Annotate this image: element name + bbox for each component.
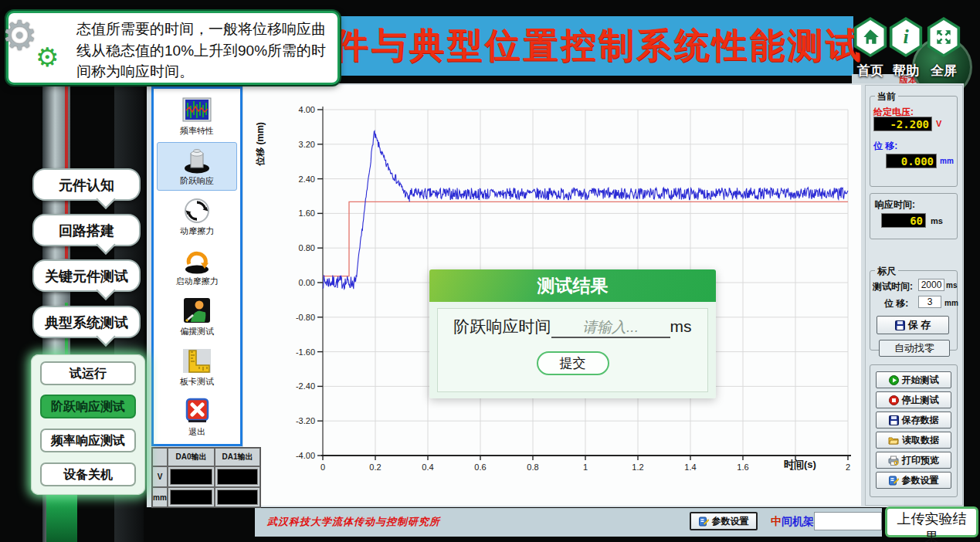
gear-icon: ⚙: [36, 42, 59, 73]
toolbar-item-exit[interactable]: 退出: [157, 393, 237, 442]
toolbar-item-label: 板卡测试: [180, 376, 214, 388]
toolbar-item-label: 阶跃响应: [180, 175, 214, 187]
start-test-label: 开始测试: [902, 374, 939, 387]
upload-results-button[interactable]: 上传实验结果: [885, 506, 978, 537]
current-group-legend: 当前: [875, 90, 898, 103]
dialog-body: 阶跃响应时间ms 提交: [429, 302, 716, 398]
svg-text:1: 1: [583, 462, 588, 472]
response-time-unit: ms: [931, 216, 943, 225]
app-root: 元件与典型位置控制系统性能测试 版本: 2014.03 i 首页 帮助 全屏 4…: [0, 0, 980, 542]
toolbar-item-frequency[interactable]: 频率特性: [157, 92, 237, 141]
displacement-unit: mm: [940, 157, 954, 165]
status-bar: 武汉科技大学流体传动与控制研究所 参数设置 中间机架: [255, 508, 882, 537]
stop-test-label: 停止测试: [902, 394, 939, 407]
toolbar-item-start-friction[interactable]: 启动摩擦力: [157, 242, 237, 291]
svg-text:0.00: 0.00: [299, 278, 315, 287]
read-data-button[interactable]: 读取数据: [876, 432, 951, 449]
ruler-disp-input[interactable]: [918, 296, 941, 308]
da-table-corner: [152, 448, 168, 466]
save-button-label: 保 存: [908, 318, 931, 332]
toolbar-item-dynamic-friction[interactable]: 动摩擦力: [157, 192, 237, 241]
svg-text:-3.20: -3.20: [296, 416, 315, 425]
dialog-title: 测试结果: [429, 269, 716, 302]
ruler-disp-unit: mm: [944, 299, 958, 307]
footer-param-settings-button[interactable]: 参数设置: [690, 512, 758, 530]
test-mode-panel: 试运行 阶跃响应测试 频率响应测试 设备关机: [31, 354, 145, 495]
svg-text:1.2: 1.2: [632, 462, 643, 472]
step-response-icon: [181, 147, 213, 174]
da1-mm-cell: [215, 487, 260, 507]
ruler-group-legend: 标尺: [875, 265, 898, 278]
fullscreen-label[interactable]: 全屏: [921, 62, 967, 80]
toolbar-item-label: 频率特性: [180, 125, 214, 137]
svg-text:-2.40: -2.40: [296, 381, 315, 391]
actions-group: 开始测试 停止测试 保存数据 读取数据 打印预览 参数设置: [870, 364, 958, 497]
floppy-icon: [889, 415, 899, 425]
device-shutdown-button[interactable]: 设备关机: [40, 462, 136, 486]
background-green-pillar: [46, 491, 77, 542]
print-preview-button[interactable]: 打印预览: [876, 452, 951, 469]
step-response-test-button[interactable]: 阶跃响应测试: [40, 395, 136, 418]
stop-test-button[interactable]: 停止测试: [876, 391, 951, 408]
toolbar-item-label: 偏摆测试: [180, 326, 214, 337]
voltage-display: -2.200: [873, 117, 932, 131]
svg-text:0.4: 0.4: [422, 462, 433, 472]
test-time-input[interactable]: [918, 279, 944, 291]
fullscreen-icon: [929, 20, 958, 54]
sidebar-item-component-cognition[interactable]: 元件认知: [32, 168, 141, 201]
ruler-disp-label: 位 移:: [884, 297, 908, 310]
da-row-v-label: V: [152, 466, 168, 487]
svg-text:4.00: 4.00: [299, 105, 315, 114]
dialog-unit-label: ms: [670, 317, 692, 335]
test-time-unit: ms: [946, 281, 957, 290]
svg-text:2: 2: [846, 462, 850, 472]
svg-text:-1.60: -1.60: [296, 347, 315, 357]
submit-button[interactable]: 提交: [537, 351, 609, 375]
svg-text:0.8: 0.8: [527, 462, 538, 472]
da-row-mm-label: mm: [152, 487, 168, 507]
trial-run-button[interactable]: 试运行: [40, 361, 136, 385]
response-time-label: 响应时间:: [875, 198, 915, 212]
save-data-button[interactable]: 保存数据: [876, 412, 951, 429]
hint-tooltip-text: 态值所需要的时间，一般将位移响应曲线从稳态值的10%上升到90%所需的时间称为响…: [76, 19, 331, 83]
toolbar-item-sway-test[interactable]: 偏摆测试: [157, 293, 237, 341]
start-friction-icon: [181, 247, 213, 275]
response-time-input[interactable]: [551, 318, 670, 338]
svg-text:0.6: 0.6: [474, 462, 486, 472]
chart-x-axis-label: 时间(s): [784, 458, 816, 472]
chart-y-axis-label: 位移 (mm): [254, 110, 267, 179]
voltage-unit: V: [936, 119, 941, 128]
da-output-table: DA0输出 DA1输出 V mm: [151, 447, 261, 508]
response-time-group: 响应时间: 60 ms: [870, 193, 958, 239]
toolbar-item-label: 退出: [188, 426, 205, 438]
auto-zero-button[interactable]: 自动找零: [879, 340, 950, 357]
ruler-group: 标尺 测试时间: ms 位 移: mm 保 存: [870, 270, 958, 351]
param-settings-button[interactable]: 参数设置: [876, 472, 951, 489]
frequency-response-test-button[interactable]: 频率响应测试: [40, 429, 136, 452]
floppy-icon: [895, 320, 905, 330]
displacement-display: 0.000: [886, 154, 937, 168]
middle-rack-label-blue: 间机架: [782, 515, 814, 527]
sway-test-icon: [181, 297, 213, 325]
svg-text:0.80: 0.80: [299, 243, 315, 252]
middle-rack-input[interactable]: [814, 512, 882, 530]
info-icon: i: [891, 20, 921, 54]
save-button[interactable]: 保 存: [877, 316, 949, 334]
start-test-button[interactable]: 开始测试: [876, 371, 951, 388]
sidebar-item-key-component-test[interactable]: 关键元件测试: [32, 259, 141, 292]
toolbar-item-label: 启动摩擦力: [176, 276, 219, 287]
sidebar-item-typical-system-test[interactable]: 典型系统测试: [32, 306, 141, 338]
toolbar-item-board-test[interactable]: 板卡测试: [157, 343, 237, 391]
print-preview-label: 打印预览: [902, 454, 939, 467]
response-time-display: 60: [881, 213, 926, 228]
toolbar-item-step-response[interactable]: 阶跃响应: [157, 142, 237, 191]
play-icon: [889, 375, 899, 385]
svg-text:-4.00: -4.00: [296, 451, 315, 460]
da1-header: DA1输出: [215, 448, 260, 466]
sidebar-item-circuit-building[interactable]: 回路搭建: [32, 214, 141, 246]
institute-label: 武汉科技大学流体传动与控制研究所: [267, 515, 440, 529]
stop-icon: [889, 395, 899, 405]
svg-text:1.4: 1.4: [684, 462, 696, 472]
settings-icon: [699, 517, 709, 527]
svg-text:0.2: 0.2: [369, 462, 381, 472]
